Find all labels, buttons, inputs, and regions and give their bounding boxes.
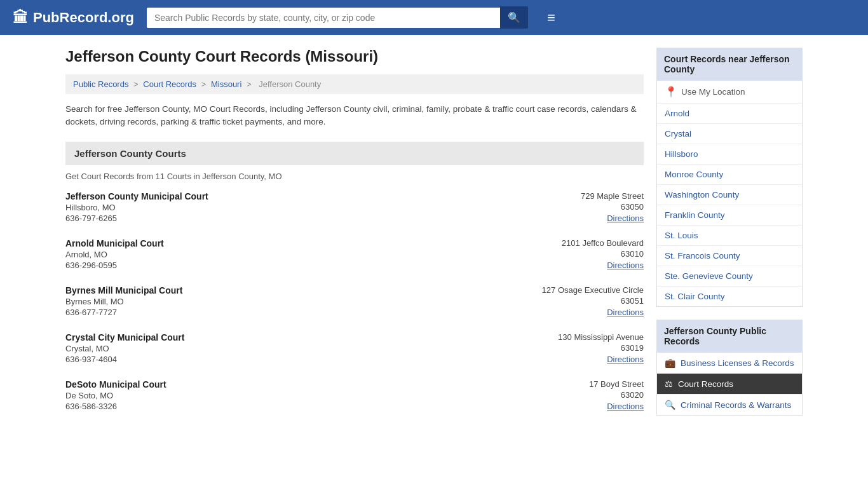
court-address: 2101 Jeffco Boulevard 63010 Directions [529,238,644,270]
nearby-item[interactable]: Arnold [657,104,802,124]
court-zip: 63050 [529,202,644,212]
court-info: DeSoto Municipal Court De Soto, MO 636-5… [65,379,166,411]
court-entry: DeSoto Municipal Court De Soto, MO 636-5… [65,379,644,414]
search-button[interactable]: 🔍 [500,6,528,29]
court-phone: 636-296-0595 [65,261,164,270]
courts-section-header: Jefferson County Courts [65,142,644,165]
logo-icon: 🏛 [13,9,28,27]
court-city: Crystal, MO [65,344,184,353]
court-street: 2101 Jeffco Boulevard [529,238,644,248]
court-street: 127 Osage Executive Circle [529,285,644,295]
record-label: Criminal Records & Warrants [681,400,791,410]
site-logo[interactable]: 🏛 PubRecord.org [13,9,134,27]
court-zip: 63051 [529,296,644,306]
record-label: Court Records [678,379,733,389]
record-icon: 🔍 [665,400,675,410]
court-street: 17 Boyd Street [529,379,644,389]
court-name: Crystal City Municipal Court [65,332,184,342]
breadcrumb-court-records[interactable]: Court Records [143,79,196,89]
court-city: De Soto, MO [65,391,166,400]
breadcrumb-missouri[interactable]: Missouri [211,79,241,89]
search-bar: 🔍 [147,6,528,29]
court-name: Jefferson County Municipal Court [65,191,208,201]
logo-text: PubRecord.org [33,10,134,26]
public-record-item[interactable]: ⚖ Court Records [657,374,802,395]
court-street: 130 Mississippi Avenue [529,332,644,342]
court-phone: 636-586-3326 [65,402,166,411]
court-zip: 63020 [529,390,644,400]
nearby-item[interactable]: Hillsboro [657,144,802,165]
court-name: Arnold Municipal Court [65,238,164,248]
court-entry: Arnold Municipal Court Arnold, MO 636-29… [65,238,644,273]
court-entry: Jefferson County Municipal Court Hillsbo… [65,191,644,226]
court-address: 17 Boyd Street 63020 Directions [529,379,644,411]
public-records-list: 💼 Business Licenses & Records ⚖ Court Re… [656,353,803,416]
directions-link[interactable]: Directions [607,402,644,411]
menu-button[interactable]: ≡ [547,10,555,26]
court-zip: 63019 [529,343,644,353]
court-street: 729 Maple Street [529,191,644,201]
court-phone: 636-937-4604 [65,355,184,364]
court-city: Arnold, MO [65,250,164,259]
content-area: Jefferson County Court Records (Missouri… [65,48,644,426]
court-city: Hillsboro, MO [65,203,208,212]
directions-link[interactable]: Directions [607,308,644,317]
use-my-location[interactable]: 📍 Use My Location [657,81,802,104]
public-record-item[interactable]: 💼 Business Licenses & Records [657,353,802,374]
court-phone: 636-677-7727 [65,308,182,317]
court-city: Byrnes Mill, MO [65,297,182,306]
record-icon: 💼 [665,358,675,368]
court-entry: Byrnes Mill Municipal Court Byrnes Mill,… [65,285,644,320]
sidebar: Court Records near Jefferson County 📍 Us… [656,48,803,426]
court-info: Byrnes Mill Municipal Court Byrnes Mill,… [65,285,182,317]
courts-list: Jefferson County Municipal Court Hillsbo… [65,191,644,414]
directions-link[interactable]: Directions [607,355,644,364]
nearby-list: 📍 Use My Location ArnoldCrystalHillsboro… [656,81,803,307]
court-zip: 63010 [529,249,644,259]
court-info: Jefferson County Municipal Court Hillsbo… [65,191,208,223]
court-address: 130 Mississippi Avenue 63019 Directions [529,332,644,364]
nearby-item[interactable]: St. Louis [657,226,802,246]
breadcrumb: Public Records > Court Records > Missour… [65,74,644,94]
record-label: Business Licenses & Records [681,358,794,368]
use-location-label: Use My Location [681,87,745,97]
court-address: 127 Osage Executive Circle 63051 Directi… [529,285,644,317]
breadcrumb-jefferson-county: Jefferson County [259,79,321,89]
courts-count: Get Court Records from 11 Courts in Jeff… [65,172,644,181]
public-records-header: Jefferson County Public Records [656,320,803,353]
location-icon: 📍 [665,86,677,98]
search-icon: 🔍 [508,12,520,23]
directions-link[interactable]: Directions [607,214,644,223]
court-address: 729 Maple Street 63050 Directions [529,191,644,223]
nearby-item[interactable]: St. Francois County [657,246,802,266]
main-wrapper: Jefferson County Court Records (Missouri… [53,35,815,439]
nearby-item[interactable]: Franklin County [657,205,802,226]
court-entry: Crystal City Municipal Court Crystal, MO… [65,332,644,367]
search-input[interactable] [147,8,500,28]
nearby-item[interactable]: Monroe County [657,165,802,185]
court-name: DeSoto Municipal Court [65,379,166,390]
page-title: Jefferson County Court Records (Missouri… [65,48,644,65]
nearby-item[interactable]: St. Clair County [657,287,802,306]
breadcrumb-public-records[interactable]: Public Records [73,79,128,89]
nearby-item[interactable]: Washington County [657,185,802,205]
court-info: Crystal City Municipal Court Crystal, MO… [65,332,184,364]
public-record-item[interactable]: 🔍 Criminal Records & Warrants [657,395,802,415]
nearby-header: Court Records near Jefferson County [656,48,803,81]
nearby-item[interactable]: Ste. Genevieve County [657,266,802,287]
nearby-item[interactable]: Crystal [657,124,802,144]
court-info: Arnold Municipal Court Arnold, MO 636-29… [65,238,164,270]
directions-link[interactable]: Directions [607,261,644,270]
page-description: Search for free Jefferson County, MO Cou… [65,103,644,129]
court-phone: 636-797-6265 [65,214,208,223]
court-name: Byrnes Mill Municipal Court [65,285,182,295]
record-icon: ⚖ [665,379,673,389]
site-header: 🏛 PubRecord.org 🔍 ≡ [0,0,868,35]
